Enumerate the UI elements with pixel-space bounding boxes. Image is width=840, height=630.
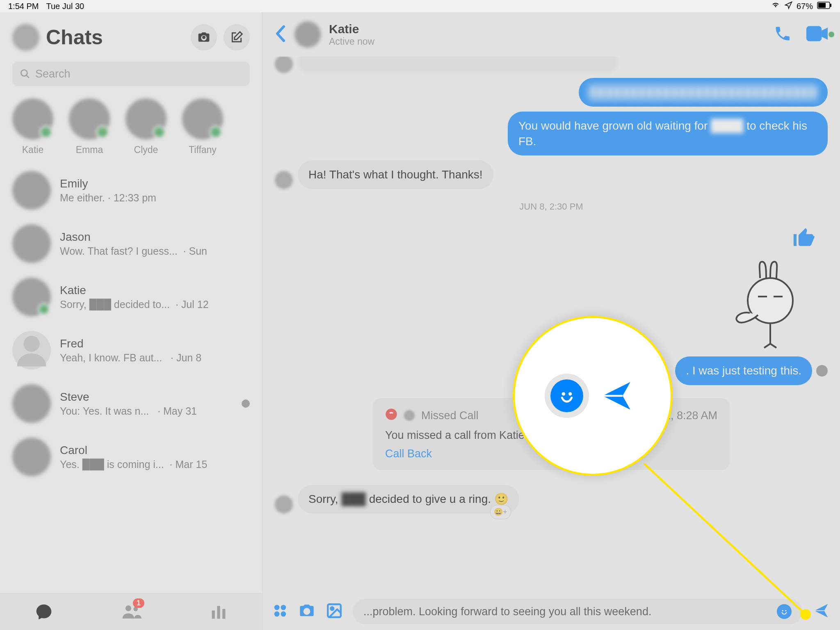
svg-point-23 [785, 610, 786, 611]
thumbs-up-reaction[interactable] [792, 225, 815, 251]
video-call-button[interactable] [806, 26, 828, 43]
svg-rect-2 [830, 4, 831, 7]
wifi-icon [771, 2, 780, 11]
story-emma[interactable]: Emma [69, 98, 110, 155]
sidebar-tabs: 1 [0, 593, 262, 630]
svg-rect-9 [222, 609, 225, 619]
message-out-1[interactable]: ████████████████████████████ [579, 78, 828, 107]
more-button[interactable] [272, 603, 288, 620]
status-date: Tue Jul 30 [46, 2, 84, 11]
camera-button[interactable] [191, 24, 217, 50]
chat-item-jason[interactable]: Jason Wow. That fast? I guess... · Sun [0, 217, 262, 270]
missed-call-icon [385, 408, 397, 423]
stories-row: Katie Emma Clyde Tiffany [0, 94, 262, 164]
conversation-status: Active now [329, 36, 765, 47]
svg-rect-10 [806, 26, 822, 41]
people-badge: 1 [133, 598, 144, 608]
composer: ...problem. Looking forward to seeing yo… [262, 593, 840, 630]
battery-icon [817, 2, 832, 11]
chat-item-carol[interactable]: Carol Yes. ███ is coming i... · Mar 15 [0, 430, 262, 484]
bunny-sticker[interactable] [729, 260, 811, 352]
message-input[interactable]: ...problem. Looking forward to seeing yo… [353, 599, 802, 624]
story-katie[interactable]: Katie [12, 98, 53, 155]
tab-chats[interactable] [0, 593, 87, 630]
svg-rect-7 [212, 610, 215, 619]
message-out-3[interactable]: . I was just testing this. [675, 356, 812, 385]
svg-point-20 [331, 607, 333, 610]
svg-rect-8 [217, 606, 220, 619]
svg-rect-1 [818, 3, 826, 8]
emoji-button[interactable] [777, 604, 792, 619]
svg-point-3 [21, 70, 27, 76]
conversation-header: Katie Active now [262, 12, 840, 57]
tab-people[interactable]: 1 [87, 593, 175, 630]
camera-composer-button[interactable] [298, 603, 316, 621]
messages: ████████████████████████████ You would h… [262, 57, 840, 593]
magnified-send-icon [598, 377, 635, 414]
svg-point-17 [274, 612, 280, 617]
phone-icon [774, 25, 792, 43]
message-out-2[interactable]: You would have grown old waiting for ███… [508, 112, 828, 156]
svg-point-15 [274, 605, 280, 610]
compose-button[interactable] [224, 24, 250, 50]
chat-item-emily[interactable]: Emily Me either. · 12:33 pm [0, 164, 262, 217]
chat-item-fred[interactable]: Fred Yeah, I know. FB aut... · Jun 8 [0, 324, 262, 377]
svg-point-21 [779, 607, 789, 616]
status-bar: 1:54 PM Tue Jul 30 67% [0, 0, 840, 12]
magnified-emoji-button [550, 379, 583, 412]
status-time: 1:54 PM [8, 2, 39, 11]
timestamp-1: JUN 8, 2:30 PM [275, 201, 828, 212]
reaction-badge[interactable]: 😀+ [490, 505, 511, 519]
svg-point-24 [556, 385, 577, 406]
read-receipt-avatar [242, 399, 250, 408]
send-icon [812, 602, 830, 620]
svg-point-5 [125, 605, 131, 611]
battery-percent: 67% [797, 2, 813, 11]
svg-point-22 [782, 610, 783, 611]
discover-icon [210, 603, 228, 621]
voice-call-button[interactable] [774, 25, 792, 44]
callout-target-dot [800, 609, 811, 620]
online-dot-icon [829, 32, 834, 37]
message-in-2[interactable]: Sorry, ███ decided to give u a ring. 🙂 😀… [298, 485, 519, 514]
gallery-button[interactable] [326, 602, 343, 621]
apps-icon [272, 603, 288, 619]
conversation-name: Katie [329, 22, 765, 36]
call-avatar-icon [404, 410, 415, 421]
conversation-avatar[interactable] [294, 21, 321, 48]
camera-icon [298, 603, 316, 619]
chats-title: Chats [46, 25, 184, 49]
search-icon [20, 68, 30, 79]
search-input[interactable]: Search [12, 62, 250, 86]
back-button[interactable] [275, 25, 286, 44]
send-button[interactable] [812, 602, 830, 621]
conversation: Katie Active now ████████████████████ [262, 12, 840, 630]
smiley-icon [779, 606, 790, 617]
chat-item-steve[interactable]: Steve You: Yes. It was n... · May 31 [0, 377, 262, 430]
svg-point-16 [281, 605, 286, 610]
message-in-1[interactable]: Ha! That's what I thought. Thanks! [298, 160, 493, 189]
read-receipt [816, 365, 828, 377]
magnifier-callout [513, 316, 673, 476]
chat-icon [35, 603, 53, 621]
user-avatar[interactable] [12, 24, 39, 51]
svg-point-25 [562, 392, 565, 395]
sidebar: Chats Search Katie Emma Clyde Tiffany Em… [0, 12, 262, 630]
chat-item-katie[interactable]: Katie Sorry, ███ decided to... · Jul 12 [0, 270, 262, 324]
tab-discover[interactable] [175, 593, 262, 630]
video-icon [806, 26, 828, 41]
svg-point-26 [568, 392, 572, 395]
svg-point-18 [281, 612, 286, 617]
svg-point-4 [23, 336, 39, 352]
location-icon [784, 1, 792, 11]
image-icon [326, 602, 343, 619]
story-tiffany[interactable]: Tiffany [182, 98, 223, 155]
story-clyde[interactable]: Clyde [126, 98, 167, 155]
svg-point-14 [386, 409, 397, 420]
message-in-blurred[interactable] [298, 57, 618, 73]
